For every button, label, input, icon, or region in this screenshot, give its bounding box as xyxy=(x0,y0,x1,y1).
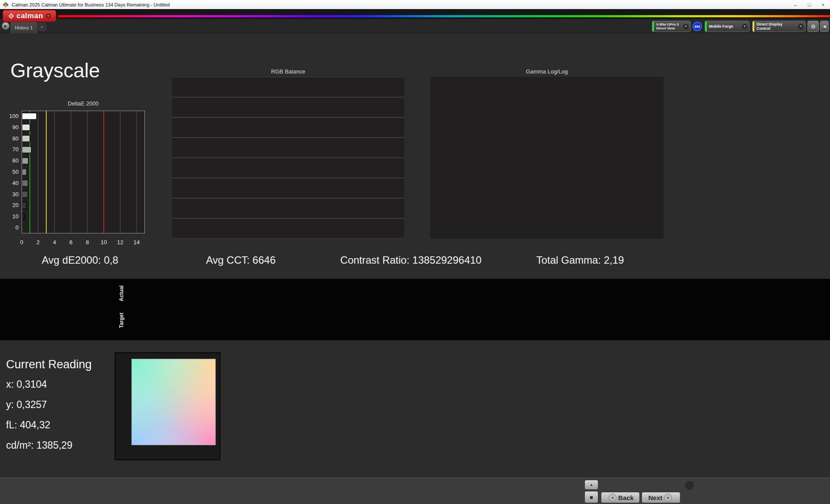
back-button[interactable]: « Back xyxy=(601,492,640,503)
cie-y-axis xyxy=(115,359,130,445)
chevron-down-icon: ▼ xyxy=(742,24,747,29)
reading-fl: fL: 404,32 xyxy=(6,419,50,431)
maximize-button[interactable]: □ xyxy=(802,0,816,9)
grayscale-swatch-band: Actual Target xyxy=(0,279,830,340)
axis-tick-label: 10 xyxy=(13,213,19,220)
cie-chart-panel xyxy=(115,352,220,460)
rgb-chart-title: RGB Balance xyxy=(172,68,404,75)
axis-tick-label: 0 xyxy=(16,224,19,232)
gamma-y-axis xyxy=(411,77,428,239)
chevron-down-icon: ▼ xyxy=(46,13,51,19)
deltae-chart-title: DeltaE 2000 xyxy=(22,100,145,107)
axis-tick-label: 0 xyxy=(16,239,27,246)
chevron-down-icon: ▼ xyxy=(798,24,804,29)
meter-count-badge: 693 xyxy=(693,22,702,31)
axis-tick-label: 14 xyxy=(131,239,142,246)
gamma-x-axis xyxy=(430,240,672,247)
current-reading-title: Current Reading xyxy=(6,358,92,371)
axis-tick-label: 50 xyxy=(13,168,19,176)
status-lamp-icon xyxy=(684,480,695,491)
pattern-bottom-bar: ▲ ■ « Back Next » xyxy=(0,478,830,504)
back-arrow-icon: « xyxy=(609,494,616,501)
deltae-x-axis: 02468101214 xyxy=(22,239,151,246)
gear-icon: ⚙ xyxy=(811,23,816,30)
display-control-dropdown[interactable]: Direct Display Control ▼ xyxy=(752,21,806,32)
pattern-window-icon: ■ xyxy=(590,494,593,501)
stat-avg-cct: Avg CCT: 6646 xyxy=(176,254,306,266)
chevron-down-icon: ▼ xyxy=(683,24,689,29)
brand-bar: calman ▼ xyxy=(0,9,830,19)
target-row-label: Target xyxy=(118,308,124,333)
actual-row-label: Actual xyxy=(118,281,124,306)
add-tab-button[interactable]: + xyxy=(38,23,46,31)
settings-button[interactable]: ⚙ xyxy=(808,21,819,32)
chevron-left-icon: ◀ xyxy=(823,24,826,29)
axis-tick-label: 6 xyxy=(66,239,76,246)
collapse-panel-button[interactable]: ◀ xyxy=(820,21,829,32)
axis-tick-label: 60 xyxy=(13,157,19,165)
axis-tick-label: 80 xyxy=(13,135,19,143)
stat-avg-de2000: Avg dE2000: 0,8 xyxy=(15,254,145,266)
reading-cdm2: cd/m²: 1385,29 xyxy=(6,440,72,451)
rgb-y-axis xyxy=(153,77,170,239)
next-button[interactable]: Next » xyxy=(642,492,680,503)
reading-y: y: 0,3257 xyxy=(6,399,47,411)
display-control-dropdown-label: Direct Display Control xyxy=(754,22,798,31)
gamma-chart-title: Gamma Log/Log xyxy=(430,68,664,75)
minimize-button[interactable]: – xyxy=(788,0,802,9)
cie-x-axis xyxy=(131,447,216,453)
pattern-window-button[interactable]: ■ xyxy=(584,491,598,503)
axis-tick-label: 40 xyxy=(13,179,19,187)
axis-tick-label: 2 xyxy=(33,239,43,246)
reading-x: x: 0,3104 xyxy=(6,379,47,390)
axis-tick-label: 4 xyxy=(49,239,60,246)
axis-tick-label: 90 xyxy=(13,124,19,131)
source-dropdown-label: Mobile Forge xyxy=(707,24,742,29)
app-logo-icon xyxy=(3,2,9,8)
axis-tick-label: 30 xyxy=(13,191,19,198)
tab-label: History 1 xyxy=(15,25,32,30)
pattern-window-up-button[interactable]: ▲ xyxy=(584,480,598,490)
axis-tick-label: 8 xyxy=(82,239,93,246)
workflow-nav-button[interactable]: ▶ xyxy=(2,22,10,30)
axis-tick-label: 12 xyxy=(115,239,125,246)
rgb-balance-line-chart xyxy=(172,77,404,239)
gamma-line-chart xyxy=(430,77,664,239)
meter-dropdown-label: X-Rite i1Pro 3 Direct View xyxy=(654,22,683,30)
stat-total-gamma: Total Gamma: 2,19 xyxy=(515,254,645,266)
page-title: Grayscale xyxy=(10,59,100,82)
cie-chart-overlay xyxy=(132,359,215,445)
close-button[interactable]: × xyxy=(816,0,830,9)
next-button-label: Next xyxy=(648,494,663,501)
calman-logo-text: calman xyxy=(16,12,43,20)
axis-tick-label: 70 xyxy=(13,146,19,153)
source-dropdown[interactable]: Mobile Forge ▼ xyxy=(705,21,750,32)
cie-chart-plot xyxy=(131,359,216,445)
plus-icon: + xyxy=(41,24,43,29)
deltae-y-axis: 1009080706050403020100 xyxy=(3,111,20,233)
back-button-label: Back xyxy=(618,494,634,501)
rgb-x-axis xyxy=(172,240,414,247)
axis-tick-label: 20 xyxy=(13,201,19,209)
deltae-bar-chart xyxy=(22,111,145,233)
window-title: Calman 2025 Calman Ultimate for Business… xyxy=(12,2,170,7)
calman-menu-button[interactable]: calman ▼ xyxy=(3,10,56,22)
window-titlebar: Calman 2025 Calman Ultimate for Business… xyxy=(0,0,830,10)
axis-tick-label: 10 xyxy=(99,239,109,246)
play-icon: ▶ xyxy=(4,24,7,28)
stat-contrast-ratio: Contrast Ratio: 138529296410 xyxy=(328,254,494,266)
toolbar: ▶ History 1 + X-Rite i1Pro 3 Direct View… xyxy=(0,19,830,33)
spectrum-strip xyxy=(58,15,830,17)
meter-dropdown[interactable]: X-Rite i1Pro 3 Direct View ▼ xyxy=(652,21,691,32)
tab-history-1[interactable]: History 1 xyxy=(11,21,37,33)
window-controls: – □ × xyxy=(788,0,830,9)
axis-tick-label: 100 xyxy=(9,112,19,120)
next-arrow-icon: » xyxy=(664,494,672,501)
up-arrow-icon: ▲ xyxy=(590,483,593,487)
calman-app-window: Calman 2025 Calman Ultimate for Business… xyxy=(0,0,830,504)
calman-diamond-icon xyxy=(8,13,15,19)
